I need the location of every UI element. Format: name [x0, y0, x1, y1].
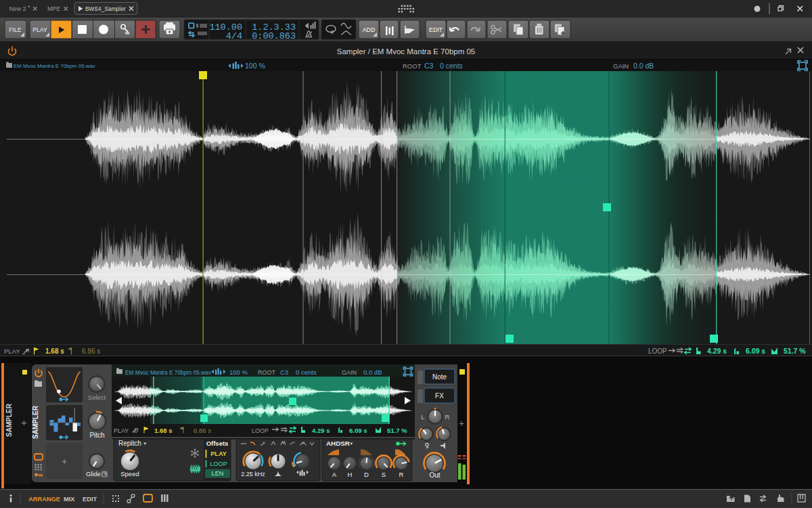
svg-text:0.0 dB: 0.0 dB	[363, 368, 382, 376]
svg-text:EDIT: EDIT	[429, 26, 443, 33]
svg-text:S: S	[382, 471, 386, 478]
svg-text:Offsets: Offsets	[206, 440, 229, 447]
svg-text:R: R	[135, 427, 139, 433]
svg-text:100 %: 100 %	[229, 368, 248, 376]
svg-text:R: R	[26, 347, 30, 354]
svg-text:H: H	[348, 471, 353, 478]
svg-text:6.09 s: 6.09 s	[746, 347, 765, 355]
svg-text:R: R	[445, 413, 450, 421]
svg-text:0.0 dB: 0.0 dB	[633, 62, 654, 70]
svg-text:+: +	[21, 417, 27, 428]
svg-text:GAIN: GAIN	[342, 369, 357, 376]
svg-text:1.68 s: 1.68 s	[45, 347, 64, 355]
svg-text:FILE: FILE	[9, 26, 22, 33]
svg-text:0:00.863: 0:00.863	[252, 31, 296, 41]
svg-text:Glide: Glide	[86, 470, 101, 478]
svg-text:Speed: Speed	[120, 470, 139, 478]
svg-text:R: R	[399, 471, 404, 478]
svg-text:Repitch: Repitch	[118, 440, 141, 447]
svg-text:C3: C3	[424, 62, 434, 70]
svg-text:D: D	[364, 471, 369, 478]
svg-text:51.7 %: 51.7 %	[387, 427, 407, 434]
svg-text:4/4: 4/4	[226, 31, 242, 41]
svg-text:ARRANGE: ARRANGE	[28, 496, 60, 503]
svg-text:L: L	[103, 471, 106, 478]
svg-text:MIX: MIX	[64, 496, 75, 503]
svg-text:Pitch: Pitch	[89, 431, 104, 439]
svg-text:BWS4_Sampler: BWS4_Sampler	[85, 5, 126, 12]
svg-text:FX: FX	[435, 392, 444, 400]
svg-text:LOOP: LOOP	[648, 347, 667, 355]
svg-text:Out: Out	[429, 471, 440, 479]
svg-text:Sampler / EM Mvoc Mantra E 70b: Sampler / EM Mvoc Mantra E 70bpm 05	[337, 47, 476, 56]
svg-text:A: A	[332, 471, 337, 478]
svg-text:EM Mvoc Mantra E 70bpm 05.wav: EM Mvoc Mantra E 70bpm 05.wav	[14, 63, 95, 69]
svg-text:AHDSR: AHDSR	[326, 440, 350, 447]
svg-text:PLAY: PLAY	[210, 450, 227, 457]
svg-text:0 cents: 0 cents	[296, 368, 317, 376]
svg-text:PLAY: PLAY	[32, 26, 47, 33]
svg-text:2.25 kHz: 2.25 kHz	[241, 471, 265, 478]
svg-text:*: *	[28, 4, 30, 11]
svg-text:0 cents: 0 cents	[440, 62, 463, 70]
svg-text:EDIT: EDIT	[83, 496, 97, 503]
svg-text:+: +	[459, 418, 464, 429]
svg-text:ROOT: ROOT	[403, 62, 422, 70]
svg-text:51.7 %: 51.7 %	[784, 347, 806, 355]
svg-text:Note: Note	[432, 373, 447, 381]
svg-text:SAMPLER: SAMPLER	[32, 405, 39, 439]
svg-text:GAIN: GAIN	[613, 62, 629, 70]
svg-text:SAMPLER: SAMPLER	[5, 403, 13, 437]
svg-text:ADD: ADD	[363, 26, 375, 33]
svg-text:LEN: LEN	[212, 470, 224, 477]
svg-text:EM Mvoc Mantra E 70bpm 05.wav: EM Mvoc Mantra E 70bpm 05.wav	[125, 369, 212, 376]
svg-text:6.86 s: 6.86 s	[82, 347, 100, 355]
svg-text:L: L	[421, 413, 424, 421]
svg-text:w: w	[125, 30, 130, 36]
svg-text:C3: C3	[280, 368, 288, 376]
svg-text:LOOP: LOOP	[252, 427, 269, 434]
svg-text:PLAY: PLAY	[4, 347, 20, 355]
svg-text:+: +	[62, 456, 67, 467]
svg-text:6.09 s: 6.09 s	[349, 427, 367, 434]
svg-text:4.29 s: 4.29 s	[312, 427, 330, 434]
svg-text:MPE: MPE	[47, 5, 60, 12]
svg-text:New 2: New 2	[9, 5, 26, 12]
svg-text:4.29 s: 4.29 s	[707, 347, 727, 355]
svg-text:LOOP: LOOP	[210, 461, 227, 467]
svg-text:6.86 s: 6.86 s	[194, 427, 211, 434]
svg-text:1.68 s: 1.68 s	[154, 427, 172, 434]
svg-text:ROOT: ROOT	[258, 369, 276, 376]
svg-text:Select: Select	[88, 394, 106, 401]
svg-text:PLAY: PLAY	[114, 427, 129, 434]
svg-text:100 %: 100 %	[245, 62, 265, 70]
